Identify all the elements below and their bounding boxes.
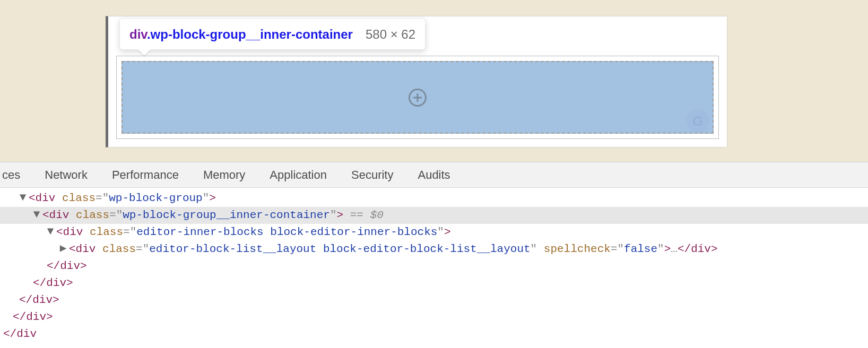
- dom-tree-line[interactable]: ▶<div class="editor-block-list__layout b…: [0, 241, 868, 258]
- tooltip-selector: div.wp-block-group__inner-container: [129, 26, 353, 43]
- dom-tree-line[interactable]: ▼<div class="editor-inner-blocks block-e…: [0, 224, 868, 241]
- tab-audits[interactable]: Audits: [418, 168, 450, 182]
- plus-circle-icon[interactable]: [409, 89, 427, 107]
- dom-tree-line[interactable]: ▼<div class="wp-block-group">: [0, 190, 868, 207]
- elements-dom-tree[interactable]: ▼<div class="wp-block-group">▼<div class…: [0, 188, 868, 343]
- devtools-tab-bar: ces Network Performance Memory Applicati…: [0, 162, 868, 188]
- disclosure-triangle-icon[interactable]: ▼: [33, 206, 40, 223]
- page-preview: G div.wp-block-group__inner-container 58…: [0, 0, 868, 162]
- disclosure-triangle-icon[interactable]: ▼: [47, 223, 54, 240]
- tooltip-tag: div: [129, 27, 147, 41]
- tab-sources-partial[interactable]: ces: [2, 168, 20, 182]
- tooltip-class: .wp-block-group__inner-container: [147, 27, 353, 41]
- dom-tree-line[interactable]: </div>: [0, 292, 868, 309]
- dom-tree-line[interactable]: </div>: [0, 309, 868, 326]
- dom-tree-line[interactable]: </div>: [0, 258, 868, 275]
- disclosure-triangle-icon[interactable]: ▶: [59, 240, 67, 257]
- inspector-tooltip: div.wp-block-group__inner-container 580 …: [119, 18, 426, 50]
- tab-security[interactable]: Security: [351, 168, 393, 182]
- tab-application[interactable]: Application: [270, 168, 327, 182]
- grammarly-badge-icon: G: [686, 109, 709, 133]
- inspector-highlight[interactable]: G: [121, 61, 714, 134]
- disclosure-triangle-icon[interactable]: ▼: [19, 189, 27, 206]
- tab-network[interactable]: Network: [45, 168, 88, 182]
- tab-memory[interactable]: Memory: [203, 168, 245, 182]
- block-frame: G: [116, 56, 719, 139]
- dom-tree-line[interactable]: </div>: [0, 275, 868, 292]
- tooltip-dimensions: 580 × 62: [366, 26, 415, 43]
- dom-tree-line[interactable]: ▼<div class="wp-block-group__inner-conta…: [0, 207, 868, 224]
- tab-performance[interactable]: Performance: [112, 168, 179, 182]
- dom-tree-line[interactable]: </div: [0, 326, 868, 343]
